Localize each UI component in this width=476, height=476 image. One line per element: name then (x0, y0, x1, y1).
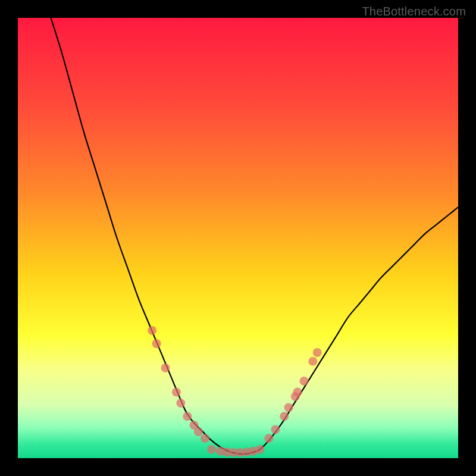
svg-point-20 (280, 412, 289, 421)
svg-point-23 (293, 388, 302, 397)
chart-svg (18, 18, 458, 458)
scatter-markers (148, 326, 322, 457)
svg-point-4 (172, 388, 181, 397)
svg-point-18 (264, 434, 273, 443)
svg-point-8 (194, 427, 203, 436)
svg-point-1 (148, 326, 156, 335)
svg-point-26 (313, 348, 322, 357)
svg-point-25 (308, 357, 317, 366)
svg-point-6 (183, 412, 192, 421)
svg-point-21 (284, 403, 293, 412)
svg-point-17 (256, 445, 265, 454)
svg-point-3 (161, 364, 170, 372)
svg-point-10 (207, 445, 216, 454)
watermark-text: TheBottleneck.com (362, 5, 466, 18)
svg-point-9 (201, 434, 209, 443)
svg-point-19 (271, 425, 280, 434)
chart-frame: TheBottleneck.com (0, 0, 476, 476)
plot-area (18, 18, 458, 458)
svg-point-24 (300, 377, 309, 386)
svg-point-5 (176, 399, 185, 408)
svg-point-2 (152, 339, 161, 348)
curve-line (51, 18, 459, 454)
